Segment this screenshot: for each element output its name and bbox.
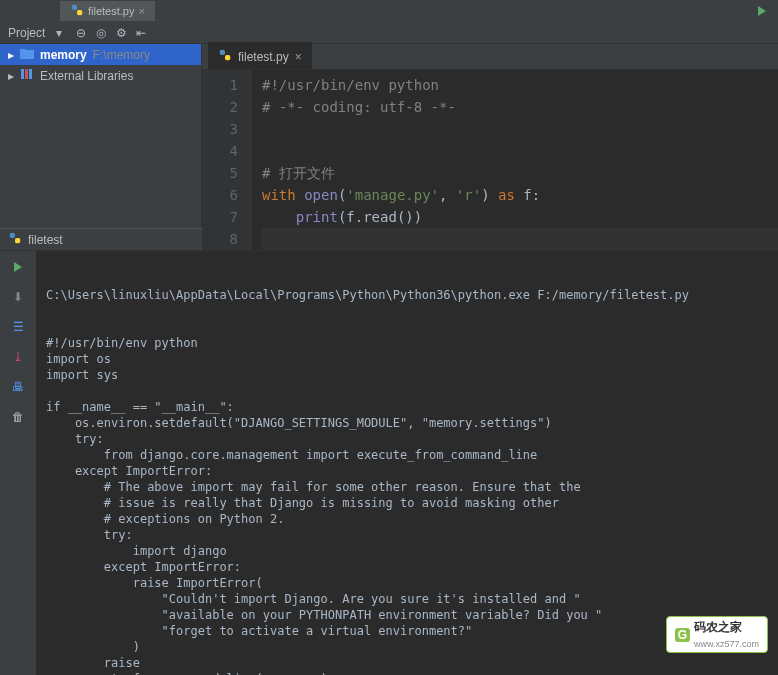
sidebar-item-memory[interactable]: ▸ memory F:\memory	[0, 44, 201, 65]
run-config-area	[754, 0, 770, 22]
watermark-sub: www.xz577.com	[694, 639, 759, 649]
hide-icon[interactable]: ⇤	[133, 25, 149, 41]
svg-rect-4	[29, 69, 32, 79]
console-output[interactable]: C:\Users\linuxliu\AppData\Local\Programs…	[36, 251, 778, 675]
top-tab-label: filetest.py	[88, 5, 134, 17]
run-gutter: ⬇ ☰ ⤓ 🖶 🗑	[0, 251, 36, 675]
project-sidebar: ▸ memory F:\memory ▸ External Libraries	[0, 44, 202, 228]
console-cmdline: C:\Users\linuxliu\AppData\Local\Programs…	[46, 287, 768, 303]
python-file-icon	[8, 231, 22, 248]
code-editor[interactable]: 12345678 #!/usr/bin/env python# -*- codi…	[202, 70, 778, 250]
svg-rect-5	[220, 50, 225, 55]
run-tool-window: filetest ⬇ ☰ ⤓ 🖶 🗑 C:\Users\linuxliu\App…	[0, 228, 778, 675]
run-body: ⬇ ☰ ⤓ 🖶 🗑 C:\Users\linuxliu\AppData\Loca…	[0, 251, 778, 675]
locate-icon[interactable]: ◎	[93, 25, 109, 41]
print-button[interactable]: 🖶	[8, 377, 28, 397]
svg-rect-1	[77, 10, 82, 15]
watermark-badge-icon: G	[675, 628, 690, 642]
sidebar-item-external-libs[interactable]: ▸ External Libraries	[0, 65, 201, 86]
run-button[interactable]	[754, 3, 770, 19]
folder-icon	[20, 47, 34, 62]
close-icon[interactable]: ×	[295, 50, 302, 64]
chevron-right-icon: ▸	[8, 69, 14, 83]
editor-tab-label: filetest.py	[238, 50, 289, 64]
python-file-icon	[70, 3, 84, 19]
export-button[interactable]: ⤓	[8, 347, 28, 367]
top-tab-filetest[interactable]: filetest.py ×	[60, 1, 155, 21]
run-title: filetest	[28, 233, 63, 247]
console-stdout: #!/usr/bin/env python import os import s…	[46, 335, 768, 675]
chevron-down-icon[interactable]: ▾	[51, 25, 67, 41]
svg-rect-6	[225, 55, 230, 60]
library-icon	[20, 68, 34, 83]
python-file-icon	[218, 48, 232, 65]
editor-tab-filetest[interactable]: filetest.py ×	[208, 42, 312, 69]
stop-button[interactable]: ⬇	[8, 287, 28, 307]
sidebar-item-path: F:\memory	[93, 48, 150, 62]
sidebar-item-name: memory	[40, 48, 87, 62]
top-tabs: filetest.py ×	[0, 0, 778, 22]
svg-rect-2	[21, 69, 24, 79]
project-toolbar: Project ▾ ⊖ ◎ ⚙ ⇤	[0, 22, 778, 44]
trash-button[interactable]: 🗑	[8, 407, 28, 427]
svg-rect-0	[72, 5, 77, 10]
editor-tabs: filetest.py ×	[202, 44, 778, 70]
line-gutter: 12345678	[202, 70, 252, 250]
svg-rect-8	[15, 238, 20, 243]
gear-icon[interactable]: ⚙	[113, 25, 129, 41]
main-area: ▸ memory F:\memory ▸ External Libraries …	[0, 44, 778, 228]
watermark: G 码农之家 www.xz577.com	[666, 616, 768, 653]
close-icon[interactable]: ×	[138, 5, 144, 17]
sidebar-item-name: External Libraries	[40, 69, 133, 83]
collapse-icon[interactable]: ⊖	[73, 25, 89, 41]
project-label: Project	[8, 26, 45, 40]
svg-rect-3	[25, 69, 28, 79]
layout-button[interactable]: ☰	[8, 317, 28, 337]
editor-area: filetest.py × 12345678 #!/usr/bin/env py…	[202, 44, 778, 228]
svg-rect-7	[10, 233, 15, 238]
rerun-button[interactable]	[8, 257, 28, 277]
watermark-text: 码农之家	[694, 620, 742, 634]
code-content[interactable]: #!/usr/bin/env python# -*- coding: utf-8…	[252, 70, 778, 250]
chevron-right-icon: ▸	[8, 48, 14, 62]
